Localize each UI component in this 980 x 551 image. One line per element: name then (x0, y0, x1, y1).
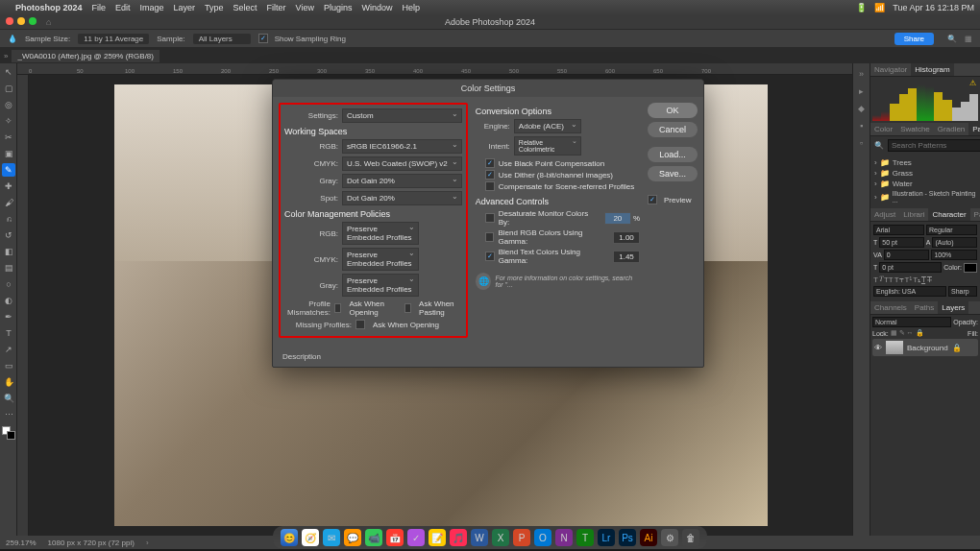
kerning-input[interactable]: 0 (884, 250, 930, 260)
facetime-icon[interactable]: 📹 (365, 529, 382, 546)
spot-select[interactable]: Dot Gain 20% (342, 191, 462, 205)
excel-icon[interactable]: X (492, 529, 509, 546)
subscript-icon[interactable]: T₁ (913, 276, 920, 284)
panel-icon[interactable]: ▫ (860, 138, 863, 148)
patterns-search-input[interactable] (888, 139, 980, 152)
menu-window[interactable]: Window (362, 3, 393, 12)
settings-select[interactable]: Custom (342, 108, 462, 123)
sample-select[interactable]: All Layers (193, 34, 251, 44)
safari-icon[interactable]: 🧭 (302, 529, 319, 546)
font-family-select[interactable]: Arial (873, 225, 924, 235)
font-weight-select[interactable]: Regular (926, 225, 977, 235)
finder-icon[interactable]: 😊 (281, 529, 298, 546)
onenote-icon[interactable]: N (555, 529, 573, 546)
document-tab[interactable]: _W0A0010 (After).jpg @ 259% (RGB/8) (12, 50, 159, 62)
menu-image[interactable]: Image (140, 3, 164, 12)
workspace-icon[interactable]: ▦ (965, 35, 972, 43)
zoom-tool-icon[interactable]: 🔍 (2, 392, 15, 405)
engine-select[interactable]: Adobe (ACE) (514, 119, 581, 133)
allcaps-icon[interactable]: TT (884, 276, 894, 284)
superscript-icon[interactable]: T¹ (905, 276, 913, 284)
tab-color[interactable]: Color (870, 123, 896, 135)
folder-item[interactable]: ›📁Trees (872, 157, 978, 168)
layer-row[interactable]: 👁 Background 🔒 (872, 339, 978, 356)
wand-tool-icon[interactable]: ✧ (2, 114, 15, 128)
messages-icon[interactable]: 💬 (344, 529, 361, 546)
blur-tool-icon[interactable]: ○ (2, 277, 15, 291)
lightroom-icon[interactable]: Lr (598, 529, 615, 546)
ask-open-checkbox[interactable] (334, 303, 341, 313)
music-icon[interactable]: 🎵 (450, 529, 467, 546)
settings-icon[interactable]: ⚙ (661, 529, 678, 546)
panel-icon[interactable]: ▪ (860, 121, 863, 131)
tab-character[interactable]: Character (928, 208, 969, 221)
policy-cmyk-select[interactable]: Preserve Embedded Profiles (342, 248, 419, 271)
desat-input[interactable] (604, 212, 631, 225)
blend-mode-select[interactable]: Normal (872, 317, 951, 327)
photoshop-icon[interactable]: Ps (619, 529, 636, 546)
hand-tool-icon[interactable]: ✋ (2, 375, 15, 389)
illustrator-icon[interactable]: Ai (640, 529, 657, 546)
tab-channels[interactable]: Channels (870, 301, 911, 314)
tab-libraries[interactable]: Librari (899, 208, 928, 221)
visibility-icon[interactable]: 👁 (874, 344, 882, 352)
tab-layers[interactable]: Layers (938, 301, 968, 314)
preview-checkbox[interactable]: ✓ (648, 195, 657, 204)
policy-rgb-select[interactable]: Preserve Embedded Profiles (342, 222, 419, 245)
powerpoint-icon[interactable]: P (513, 529, 530, 546)
edit-toolbar-icon[interactable]: ⋯ (2, 408, 15, 421)
menu-select[interactable]: Select (233, 3, 257, 12)
home-icon[interactable]: ⌂ (46, 17, 51, 27)
folder-item[interactable]: ›📁Water (872, 179, 978, 189)
tab-gradients[interactable]: Gradien (934, 123, 968, 135)
tracking-input[interactable]: 100% (931, 250, 977, 260)
blend-text-input[interactable] (613, 251, 640, 263)
teams-icon[interactable]: T (576, 529, 594, 546)
leading-input[interactable]: (Auto) (932, 237, 977, 248)
tab-paths[interactable]: Paths (911, 301, 938, 314)
heal-tool-icon[interactable]: ✚ (2, 180, 15, 193)
search-icon[interactable]: 🔍 (947, 35, 957, 43)
menu-view[interactable]: View (296, 3, 314, 12)
collapse-chevron-icon[interactable]: » (859, 69, 864, 79)
frame-tool-icon[interactable]: ▣ (2, 147, 15, 160)
menu-filter[interactable]: Filter (267, 3, 286, 12)
desat-checkbox[interactable] (485, 213, 495, 223)
tab-adjustments[interactable]: Adjust (870, 208, 899, 221)
menu-help[interactable]: Help (403, 3, 421, 12)
dither-checkbox[interactable]: ✓ (485, 170, 495, 180)
antialiasing-select[interactable]: Sharp (948, 286, 977, 297)
menu-layer[interactable]: Layer (174, 3, 196, 12)
dodge-tool-icon[interactable]: ◐ (2, 294, 15, 307)
save-button[interactable]: Save... (648, 166, 698, 181)
ok-button[interactable]: OK (648, 103, 698, 118)
eraser-tool-icon[interactable]: ◧ (2, 245, 15, 258)
share-button[interactable]: Share (894, 33, 934, 45)
menu-type[interactable]: Type (205, 3, 224, 12)
history-tool-icon[interactable]: ↺ (2, 228, 15, 242)
scene-checkbox[interactable] (485, 181, 495, 191)
menu-edit[interactable]: Edit (115, 3, 131, 12)
move-tool-icon[interactable]: ↖ (2, 65, 15, 79)
folder-item[interactable]: ›📁Grass (872, 168, 978, 179)
warning-icon[interactable]: ⚠ (969, 79, 976, 87)
cancel-button[interactable]: Cancel (648, 122, 698, 137)
rgb-select[interactable]: sRGB IEC61966-2.1 (342, 139, 462, 154)
blend-rgb-checkbox[interactable] (485, 232, 495, 242)
panel-icon[interactable]: ▸ (859, 86, 864, 96)
tab-swatches[interactable]: Swatche (896, 123, 934, 135)
tab-patterns[interactable]: Patterns (968, 123, 980, 135)
tab-paragraph[interactable]: Paragr (970, 208, 980, 221)
load-button[interactable]: Load... (648, 147, 698, 162)
chevron-right-icon[interactable]: › (146, 539, 149, 547)
tab-histogram[interactable]: Histogram (911, 63, 953, 76)
tab-navigator[interactable]: Navigator (870, 63, 911, 76)
stamp-tool-icon[interactable]: ⎌ (2, 212, 15, 226)
blend-text-checkbox[interactable]: ✓ (485, 252, 495, 261)
bpc-checkbox[interactable]: ✓ (485, 158, 495, 168)
marquee-tool-icon[interactable]: ▢ (2, 82, 15, 95)
tab-chevron-icon[interactable]: » (4, 52, 8, 60)
path-tool-icon[interactable]: ↗ (2, 343, 15, 356)
sample-size-select[interactable]: 11 by 11 Average (78, 34, 149, 44)
calendar-icon[interactable]: 📅 (386, 529, 404, 546)
